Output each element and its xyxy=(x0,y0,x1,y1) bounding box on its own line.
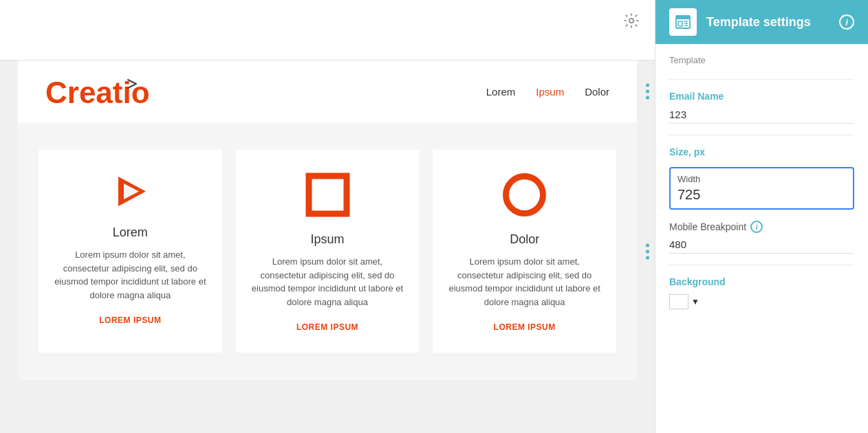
mobile-breakpoint-field: Mobile Breakpoint i xyxy=(669,221,854,254)
email-name-field: Email Name xyxy=(669,91,854,124)
email-name-input[interactable] xyxy=(669,106,854,124)
logo-area: Creatio xyxy=(45,74,155,109)
square-icon xyxy=(303,170,351,219)
mobile-bp-row: Mobile Breakpoint i xyxy=(669,221,854,233)
mobile-bp-info-icon[interactable]: i xyxy=(750,221,763,233)
col1-title: Lorem xyxy=(113,225,148,240)
width-label: Width xyxy=(677,174,846,184)
col1-link[interactable]: LOREM IPSUM xyxy=(99,315,161,325)
content-column-1: Lorem Lorem ipsum dolor sit amet, consec… xyxy=(39,150,222,353)
header-dots xyxy=(646,84,649,100)
canvas-area: Creatio Lorem Ipsum Dolor xyxy=(0,0,655,433)
col1-text: Lorem ipsum dolor sit amet, consectetur … xyxy=(52,248,208,302)
nav-item-lorem[interactable]: Lorem xyxy=(486,86,516,98)
panel-header: Template settings i xyxy=(655,0,868,44)
col2-text: Lorem ipsum dolor sit amet, consectetur … xyxy=(250,255,406,309)
mobile-bp-input[interactable] xyxy=(669,236,854,254)
nav-item-dolor[interactable]: Dolor xyxy=(585,86,609,98)
content-dots xyxy=(646,243,649,259)
col2-link[interactable]: LOREM IPSUM xyxy=(296,322,358,332)
right-panel: Template settings i Template Email Name … xyxy=(655,0,868,433)
svg-text:Creatio: Creatio xyxy=(45,76,150,109)
panel-section-template-label: Template xyxy=(669,55,854,65)
background-color-swatch[interactable] xyxy=(669,294,688,309)
panel-info-icon[interactable]: i xyxy=(839,14,854,30)
email-content: Lorem Lorem ipsum dolor sit amet, consec… xyxy=(18,122,637,380)
col3-link[interactable]: LOREM IPSUM xyxy=(494,322,556,332)
width-input-wrap[interactable]: Width 725 xyxy=(669,167,854,210)
color-swatch-row: ▼ xyxy=(669,294,854,309)
background-field: Background ▼ xyxy=(669,276,854,309)
template-icon xyxy=(675,14,691,30)
gear-icon[interactable] xyxy=(619,8,644,33)
email-header: Creatio Lorem Ipsum Dolor xyxy=(18,60,637,122)
col2-title: Ipsum xyxy=(310,232,344,247)
divider-1 xyxy=(669,79,854,80)
content-column-3: Dolor Lorem ipsum dolor sit amet, consec… xyxy=(433,150,616,353)
divider-3 xyxy=(669,265,854,265)
size-label: Size, px xyxy=(669,146,854,157)
svg-rect-7 xyxy=(676,16,690,19)
content-column-2: Ipsum Lorem ipsum dolor sit amet, consec… xyxy=(236,150,420,353)
divider-2 xyxy=(669,135,854,135)
color-dropdown-arrow-icon[interactable]: ▼ xyxy=(691,297,699,307)
panel-body: Template Email Name Size, px Width 725 M… xyxy=(655,44,868,433)
play-icon xyxy=(109,170,151,212)
mobile-bp-label: Mobile Breakpoint xyxy=(669,221,746,232)
svg-rect-8 xyxy=(678,21,682,26)
nav-items: Lorem Ipsum Dolor xyxy=(486,86,609,98)
width-value: 725 xyxy=(677,187,846,203)
email-name-label: Email Name xyxy=(669,91,854,102)
panel-header-title: Template settings xyxy=(706,15,829,30)
col3-title: Dolor xyxy=(510,232,539,247)
svg-point-5 xyxy=(506,176,543,213)
size-section: Size, px Width 725 xyxy=(669,146,854,210)
col3-text: Lorem ipsum dolor sit amet, consectetur … xyxy=(446,255,603,309)
background-label: Background xyxy=(669,276,854,287)
email-preview: Creatio Lorem Ipsum Dolor xyxy=(0,60,655,433)
svg-rect-4 xyxy=(309,176,347,214)
template-icon-box xyxy=(669,8,697,36)
nav-item-ipsum[interactable]: Ipsum xyxy=(536,86,564,98)
logo-svg: Creatio xyxy=(45,74,155,109)
circle-icon xyxy=(501,170,549,219)
top-bar xyxy=(0,0,655,60)
svg-point-0 xyxy=(629,19,633,23)
